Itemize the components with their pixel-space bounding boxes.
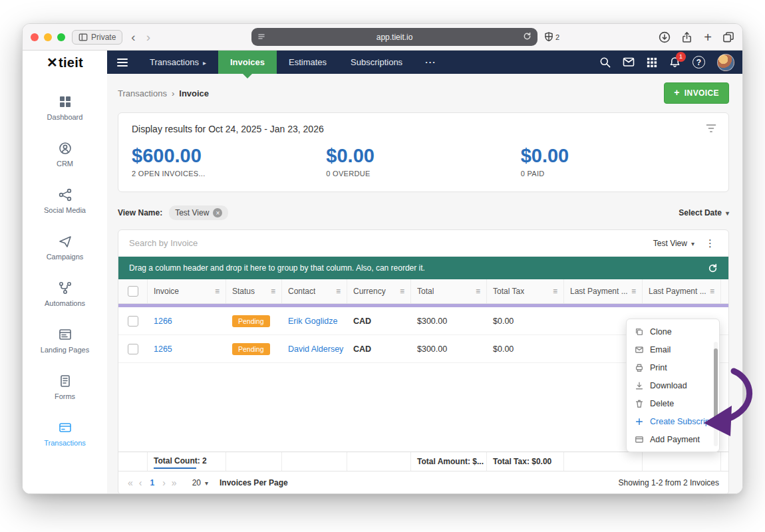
hamburger-menu-icon[interactable] [107, 51, 138, 74]
plus-icon [635, 417, 644, 426]
totals-cell [643, 452, 721, 471]
column-menu-icon[interactable] [710, 287, 714, 296]
column-header-total[interactable]: Total [411, 279, 487, 303]
per-page-select[interactable]: 20 [192, 478, 208, 487]
sidebar-item-forms[interactable]: Forms [23, 364, 107, 410]
help-icon[interactable] [692, 56, 705, 68]
nav-item-estimates[interactable]: Estimates [277, 51, 339, 74]
current-page-number[interactable]: 1 [148, 478, 156, 487]
total-tax-cell: $0.00 [487, 344, 564, 354]
column-header-invoice[interactable]: Invoice [148, 279, 226, 303]
group-by-bar[interactable]: Drag a column header and drop it here to… [118, 257, 728, 279]
browser-chrome: Private ‹ › app.tieit.io 2 + [23, 24, 742, 51]
search-icon[interactable] [599, 57, 611, 68]
column-header-total-tax[interactable]: Total Tax [487, 279, 564, 303]
showing-range-text: Showing 1-2 from 2 Invoices [619, 478, 719, 487]
column-header-last-payment-1[interactable]: Last Payment ... [564, 279, 643, 303]
menu-item-download[interactable]: Download [627, 376, 719, 394]
menu-item-email[interactable]: Email [627, 340, 719, 358]
content-blocker-indicator[interactable]: 2 [544, 32, 559, 42]
column-menu-icon[interactable] [476, 287, 480, 296]
sidebar-item-crm[interactable]: CRM [23, 131, 107, 178]
menu-item-delete[interactable]: Delete [627, 394, 719, 412]
address-bar[interactable]: app.tieit.io [251, 28, 537, 46]
last-page-button[interactable] [172, 477, 177, 488]
menu-item-clone[interactable]: Clone [627, 323, 719, 340]
downloads-icon[interactable] [659, 31, 671, 43]
sidebar-item-transactions[interactable]: Transactions [23, 410, 107, 457]
menu-item-create-subscription[interactable]: Create Subscriptio [627, 412, 719, 430]
nav-item-subscriptions[interactable]: Subscriptions [339, 51, 414, 74]
menu-item-add-payment[interactable]: Add Payment [627, 430, 719, 448]
menu-scrollbar-thumb[interactable] [714, 348, 718, 427]
nav-item-label: Subscriptions [351, 57, 402, 67]
previous-page-button[interactable] [139, 477, 142, 488]
new-tab-icon[interactable]: + [704, 31, 712, 44]
first-page-button[interactable] [128, 477, 133, 488]
breadcrumb-parent[interactable]: Transactions [118, 88, 167, 98]
print-icon [635, 363, 644, 372]
sidebar-item-automations[interactable]: Automations [23, 271, 107, 317]
forward-button[interactable]: › [144, 31, 152, 43]
column-header-last-payment-2[interactable]: Last Payment ... [643, 279, 721, 303]
notification-count-badge: 1 [676, 52, 686, 62]
zoom-window-button[interactable] [57, 33, 65, 41]
more-options-icon[interactable] [702, 237, 718, 249]
site-settings-icon[interactable] [257, 33, 265, 41]
contact-link[interactable]: Erik Goglidze [288, 317, 337, 326]
forms-icon [58, 374, 73, 388]
close-window-button[interactable] [31, 33, 39, 41]
contact-link[interactable]: David Aldersey [288, 344, 343, 354]
per-page-value: 20 [192, 478, 201, 487]
row-checkbox[interactable] [128, 316, 138, 327]
delete-icon [635, 399, 644, 408]
new-invoice-button[interactable]: INVOICE [664, 82, 729, 104]
refresh-icon[interactable] [708, 263, 718, 273]
invoice-number-link[interactable]: 1265 [154, 344, 172, 354]
notifications-bell-icon[interactable]: 1 [669, 57, 681, 68]
nav-more-icon[interactable] [414, 51, 447, 74]
landing-pages-icon [58, 327, 73, 342]
topnav-right: 1 [599, 51, 742, 74]
column-menu-icon[interactable] [553, 287, 557, 296]
column-menu-icon[interactable] [271, 287, 275, 296]
next-page-button[interactable] [162, 477, 166, 488]
menu-item-label: Create Subscriptio [650, 417, 718, 426]
tab-overview-icon[interactable] [722, 31, 734, 43]
row-checkbox[interactable] [128, 344, 138, 354]
row-checkbox-cell [118, 316, 148, 327]
column-header-status[interactable]: Status [226, 279, 282, 303]
totals-cell [118, 452, 148, 471]
reload-icon[interactable] [523, 32, 532, 41]
user-avatar[interactable] [717, 54, 734, 71]
column-menu-icon[interactable] [336, 287, 341, 296]
column-header-currency[interactable]: Currency [347, 279, 411, 303]
remove-view-icon[interactable] [213, 208, 222, 217]
view-select-dropdown[interactable]: Test View [653, 239, 694, 248]
invoice-number-link[interactable]: 1266 [154, 317, 172, 326]
view-name-row: View Name: Test View Select Date [118, 204, 729, 221]
select-date-dropdown[interactable]: Select Date [679, 208, 729, 217]
share-icon[interactable] [681, 31, 693, 43]
nav-item-invoices[interactable]: Invoices [218, 51, 277, 74]
apps-grid-icon[interactable] [647, 57, 657, 68]
mail-icon[interactable] [623, 57, 635, 67]
select-all-checkbox[interactable] [128, 286, 138, 297]
minimize-window-button[interactable] [44, 33, 52, 41]
column-header-contact[interactable]: Contact [282, 279, 347, 303]
column-menu-icon[interactable] [400, 287, 404, 296]
chevron-down-icon [205, 478, 208, 487]
column-menu-icon[interactable] [215, 287, 220, 296]
nav-item-transactions[interactable]: Transactions [138, 51, 218, 74]
back-button[interactable]: ‹ [129, 31, 137, 43]
sidebar-item-dashboard[interactable]: Dashboard [23, 84, 107, 131]
app-logo[interactable]: tieit [47, 55, 83, 70]
menu-item-print[interactable]: Print [627, 358, 719, 376]
column-menu-icon[interactable] [631, 287, 636, 296]
filter-icon[interactable] [706, 124, 716, 136]
sidebar-item-social-media[interactable]: Social Media [23, 178, 107, 224]
view-chip[interactable]: Test View [169, 205, 228, 220]
sidebar-item-campaigns[interactable]: Campaigns [23, 224, 107, 271]
sidebar-item-landing-pages[interactable]: Landing Pages [23, 317, 107, 364]
search-input[interactable] [129, 238, 645, 248]
